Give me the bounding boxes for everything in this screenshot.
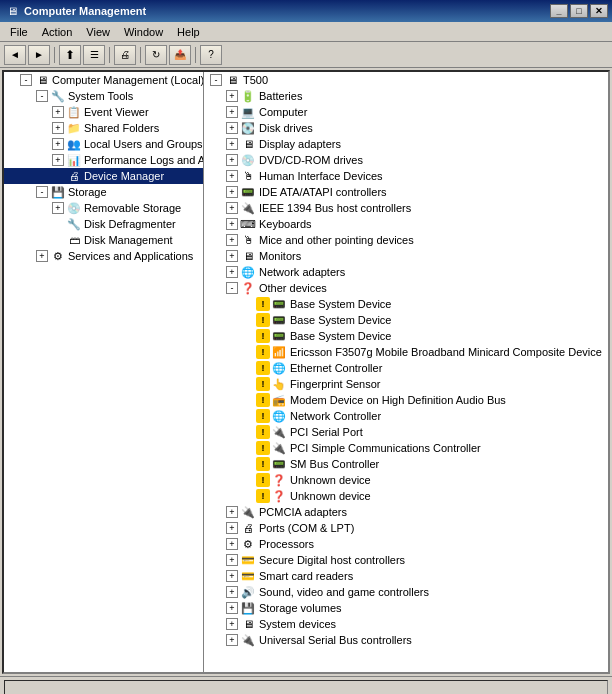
usb-expander[interactable]: + (226, 634, 238, 646)
ide-expander[interactable]: + (226, 186, 238, 198)
window-controls[interactable]: _ □ ✕ (550, 4, 608, 18)
event-viewer-expander[interactable]: + (52, 106, 64, 118)
removable-expander[interactable]: + (52, 202, 64, 214)
right-ethernet[interactable]: ! 🌐 Ethernet Controller (204, 360, 608, 376)
right-pcmcia[interactable]: + 🔌 PCMCIA adapters (204, 504, 608, 520)
right-bsd1[interactable]: ! 📟 Base System Device (204, 296, 608, 312)
menu-window[interactable]: Window (118, 25, 169, 39)
right-batteries[interactable]: + 🔋 Batteries (204, 88, 608, 104)
export-button[interactable]: 📤 (169, 45, 191, 65)
tree-perf-logs[interactable]: + 📊 Performance Logs and Alert: (4, 152, 203, 168)
back-button[interactable]: ◄ (4, 45, 26, 65)
right-display-adapters[interactable]: + 🖥 Display adapters (204, 136, 608, 152)
right-pci-serial[interactable]: ! 🔌 PCI Serial Port (204, 424, 608, 440)
tree-root[interactable]: - 🖥 Computer Management (Local) (4, 72, 203, 88)
right-smart-card[interactable]: + 💳 Smart card readers (204, 568, 608, 584)
disk-drives-expander[interactable]: + (226, 122, 238, 134)
right-ports[interactable]: + 🖨 Ports (COM & LPT) (204, 520, 608, 536)
right-ide[interactable]: + 📟 IDE ATA/ATAPI controllers (204, 184, 608, 200)
right-network-ctrl[interactable]: ! 🌐 Network Controller (204, 408, 608, 424)
ports-expander[interactable]: + (226, 522, 238, 534)
smart-card-expander[interactable]: + (226, 570, 238, 582)
right-bsd3[interactable]: ! 📟 Base System Device (204, 328, 608, 344)
monitors-expander[interactable]: + (226, 250, 238, 262)
help-button[interactable]: ? (200, 45, 222, 65)
pcmcia-expander[interactable]: + (226, 506, 238, 518)
menu-view[interactable]: View (80, 25, 116, 39)
right-computer[interactable]: + 💻 Computer (204, 104, 608, 120)
batteries-expander[interactable]: + (226, 90, 238, 102)
print-button[interactable]: 🖨 (114, 45, 136, 65)
dvd-expander[interactable]: + (226, 154, 238, 166)
maximize-button[interactable]: □ (570, 4, 588, 18)
storage-expander[interactable]: - (36, 186, 48, 198)
right-sd-host[interactable]: + 💳 Secure Digital host controllers (204, 552, 608, 568)
mice-expander[interactable]: + (226, 234, 238, 246)
right-bsd2[interactable]: ! 📟 Base System Device (204, 312, 608, 328)
right-unknown1[interactable]: ! ❓ Unknown device (204, 472, 608, 488)
right-mice[interactable]: + 🖱 Mice and other pointing devices (204, 232, 608, 248)
menu-action[interactable]: Action (36, 25, 79, 39)
tree-storage[interactable]: - 💾 Storage (4, 184, 203, 200)
system-dev-expander[interactable]: + (226, 618, 238, 630)
local-users-expander[interactable]: + (52, 138, 64, 150)
computer-expander[interactable]: + (226, 106, 238, 118)
ieee-expander[interactable]: + (226, 202, 238, 214)
tree-system-tools[interactable]: - 🔧 System Tools (4, 88, 203, 104)
right-dvd[interactable]: + 💿 DVD/CD-ROM drives (204, 152, 608, 168)
show-hide-tree[interactable]: ☰ (83, 45, 105, 65)
right-disk-drives[interactable]: + 💽 Disk drives (204, 120, 608, 136)
sd-host-expander[interactable]: + (226, 554, 238, 566)
tree-local-users[interactable]: + 👥 Local Users and Groups (4, 136, 203, 152)
keyboards-expander[interactable]: + (226, 218, 238, 230)
hid-expander[interactable]: + (226, 170, 238, 182)
tree-shared-folders[interactable]: + 📁 Shared Folders (4, 120, 203, 136)
tree-services[interactable]: + ⚙ Services and Applications (4, 248, 203, 264)
tree-disk-defrag[interactable]: 🔧 Disk Defragmenter (4, 216, 203, 232)
right-network[interactable]: + 🌐 Network adapters (204, 264, 608, 280)
storage-vol-expander[interactable]: + (226, 602, 238, 614)
system-tools-expander[interactable]: - (36, 90, 48, 102)
tree-removable[interactable]: + 💿 Removable Storage (4, 200, 203, 216)
tree-disk-mgmt[interactable]: 🗃 Disk Management (4, 232, 203, 248)
tree-event-viewer[interactable]: + 📋 Event Viewer (4, 104, 203, 120)
right-smbus[interactable]: ! 📟 SM Bus Controller (204, 456, 608, 472)
menu-help[interactable]: Help (171, 25, 206, 39)
up-button[interactable]: ⬆ (59, 45, 81, 65)
root-expander[interactable]: - (20, 74, 32, 86)
right-unknown2[interactable]: ! ❓ Unknown device (204, 488, 608, 504)
tree-device-manager[interactable]: 🖨 Device Manager (4, 168, 203, 184)
right-fingerprint[interactable]: ! 👆 Fingerprint Sensor (204, 376, 608, 392)
services-expander[interactable]: + (36, 250, 48, 262)
ericsson-expander (242, 346, 254, 358)
right-pci-simple[interactable]: ! 🔌 PCI Simple Communications Controller (204, 440, 608, 456)
close-button[interactable]: ✕ (590, 4, 608, 18)
toolbar-sep-3 (140, 47, 141, 63)
right-ericsson[interactable]: ! 📶 Ericsson F3507g Mobile Broadband Min… (204, 344, 608, 360)
perf-logs-expander[interactable]: + (52, 154, 64, 166)
right-monitors[interactable]: + 🖥 Monitors (204, 248, 608, 264)
other-devices-expander[interactable]: - (226, 282, 238, 294)
right-other-devices[interactable]: - ❓ Other devices (204, 280, 608, 296)
right-ieee[interactable]: + 🔌 IEEE 1394 Bus host controllers (204, 200, 608, 216)
right-modem[interactable]: ! 📻 Modem Device on High Definition Audi… (204, 392, 608, 408)
minimize-button[interactable]: _ (550, 4, 568, 18)
right-sound[interactable]: + 🔊 Sound, video and game controllers (204, 584, 608, 600)
network-expander[interactable]: + (226, 266, 238, 278)
sound-expander[interactable]: + (226, 586, 238, 598)
right-keyboards[interactable]: + ⌨ Keyboards (204, 216, 608, 232)
right-hid[interactable]: + 🖱 Human Interface Devices (204, 168, 608, 184)
right-storage-vol[interactable]: + 💾 Storage volumes (204, 600, 608, 616)
right-root[interactable]: - 🖥 T500 (204, 72, 608, 88)
network-ctrl-label: Network Controller (290, 410, 381, 422)
right-root-expander[interactable]: - (210, 74, 222, 86)
right-system-dev[interactable]: + 🖥 System devices (204, 616, 608, 632)
right-processors[interactable]: + ⚙ Processors (204, 536, 608, 552)
right-usb[interactable]: + 🔌 Universal Serial Bus controllers (204, 632, 608, 648)
processors-expander[interactable]: + (226, 538, 238, 550)
shared-folders-expander[interactable]: + (52, 122, 64, 134)
forward-button[interactable]: ► (28, 45, 50, 65)
menu-file[interactable]: File (4, 25, 34, 39)
refresh-button[interactable]: ↻ (145, 45, 167, 65)
display-adapters-expander[interactable]: + (226, 138, 238, 150)
